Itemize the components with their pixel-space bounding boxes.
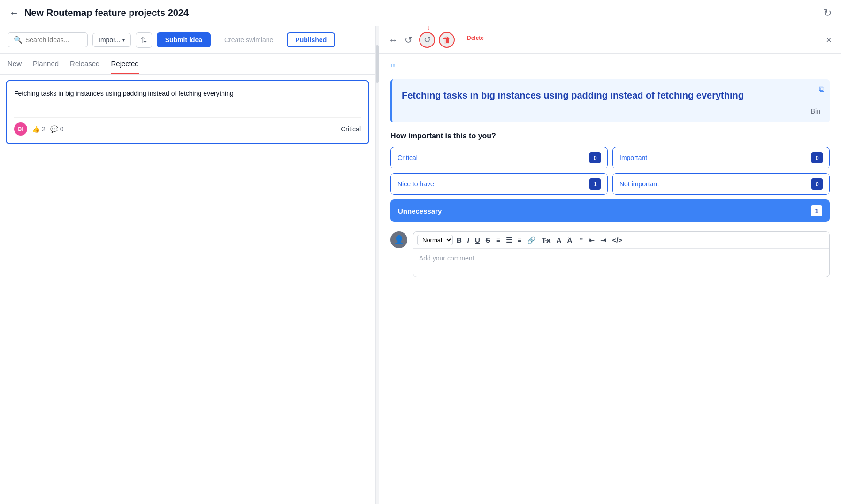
indent-left-button[interactable]: ⇤ [587, 235, 596, 245]
importance-critical-label: Critical [398, 154, 418, 161]
annotation-area: Restore ↓ Delete ↺ 🗑 [419, 32, 455, 48]
expand-icon-button[interactable]: ↔ [389, 35, 398, 46]
text-color-button[interactable]: A [555, 235, 564, 245]
chevron-down-icon: ▾ [122, 38, 125, 43]
comment-editor[interactable]: Normal B I U S ≡ ☰ ≡ 🔗 Tx̶ A Ã [413, 231, 830, 277]
tab-planned[interactable]: Planned [33, 54, 59, 74]
link-button[interactable]: 🔗 [525, 235, 538, 245]
unordered-list-button[interactable]: ☰ [504, 235, 514, 245]
importance-notimportant-count: 0 [811, 178, 823, 190]
page-title: New Routemap feature projects 2024 [24, 8, 818, 18]
importance-grid: Critical 0 Important 0 Nice to have 1 No… [390, 147, 830, 195]
history-button[interactable]: ↺ [405, 34, 413, 46]
align-button[interactable]: ≡ [516, 235, 524, 245]
importance-nice-button[interactable]: Nice to have 1 [390, 173, 608, 195]
panel-divider [375, 26, 379, 504]
right-panel: ↔ ↺ Restore ↓ Delete ↺ 🗑 [379, 26, 841, 504]
importance-unnecessary-count: 1 [811, 205, 822, 216]
copy-button[interactable]: ⧉ [819, 85, 824, 93]
importance-nice-label: Nice to have [398, 180, 434, 188]
tabs-container: New Planned Released Rejected [0, 54, 375, 75]
importance-important-count: 0 [811, 152, 823, 163]
sort-button[interactable]: ⇅ [136, 32, 152, 48]
importance-critical-count: 0 [589, 152, 601, 163]
close-button[interactable]: × [826, 35, 832, 46]
blockquote-button[interactable]: " [578, 235, 585, 245]
bold-button[interactable]: B [455, 235, 464, 245]
right-toolbar: ↔ ↺ Restore ↓ Delete ↺ 🗑 [379, 26, 841, 54]
comment-count: 💬 0 [50, 125, 64, 133]
avatar: BI [14, 122, 27, 136]
quote-author: – Bin [402, 107, 820, 115]
importance-notimportant-label: Not important [619, 180, 659, 188]
quote-block: ⧉ Fetching tasks in big instances using … [390, 79, 830, 122]
importance-nice-count: 1 [589, 178, 601, 190]
clear-format-button[interactable]: Tx̶ [540, 235, 552, 245]
tab-rejected[interactable]: Rejected [111, 54, 138, 74]
italic-button[interactable]: I [466, 235, 471, 245]
published-button[interactable]: Published [287, 32, 335, 47]
app-header: ← New Routemap feature projects 2024 ↻ [0, 0, 841, 26]
import-label: Impor... [99, 36, 121, 44]
scrollbar-thumb[interactable] [376, 45, 379, 83]
importance-critical-button[interactable]: Critical 0 [390, 147, 608, 168]
importance-unnecessary-button[interactable]: Unnecessary 1 [390, 199, 830, 222]
sort-icon: ⇅ [141, 36, 147, 44]
search-box[interactable]: 🔍 [8, 32, 88, 47]
main-layout: 🔍 Impor... ▾ ⇅ Submit idea Create swimla… [0, 26, 841, 504]
idea-card-footer: BI 👍 2 💬 0 Critical [14, 117, 361, 136]
thumbs-up-icon: 👍 [32, 125, 40, 133]
underline-button[interactable]: U [473, 235, 482, 245]
submit-idea-button[interactable]: Submit idea [157, 32, 211, 47]
idea-card[interactable]: Fetching tasks in big instances using pa… [6, 80, 369, 144]
comment-section: 👤 Normal B I U S ≡ ☰ ≡ 🔗 Tx̶ [390, 231, 830, 277]
back-button[interactable]: ← [9, 8, 19, 18]
tab-new[interactable]: New [8, 54, 22, 74]
vote-count: 👍 2 [32, 125, 46, 133]
idea-list: Fetching tasks in big instances using pa… [0, 75, 375, 504]
importance-unnecessary-label: Unnecessary [398, 207, 442, 215]
comment-input[interactable]: Add your comment [413, 249, 829, 277]
delete-annotation: Delete [446, 35, 484, 41]
importance-important-label: Important [619, 154, 647, 161]
strikethrough-button[interactable]: S [484, 235, 492, 245]
refresh-button[interactable]: ↻ [823, 7, 832, 19]
quote-text: Fetching tasks in big instances using pa… [402, 89, 820, 102]
restore-button[interactable]: ↺ [419, 32, 435, 48]
comment-icon: 💬 [50, 125, 58, 133]
font-size-select[interactable]: Normal [417, 235, 453, 245]
restore-annotation: Restore ↓ [419, 26, 438, 31]
indent-right-button[interactable]: ⇥ [598, 235, 608, 245]
user-avatar: 👤 [390, 231, 407, 248]
editor-toolbar: Normal B I U S ≡ ☰ ≡ 🔗 Tx̶ A Ã [413, 232, 829, 249]
restore-icon: ↺ [424, 35, 431, 45]
importance-notimportant-button[interactable]: Not important 0 [612, 173, 830, 195]
priority-label: Critical [341, 125, 361, 133]
tab-released[interactable]: Released [70, 54, 99, 74]
right-content: " ⧉ Fetching tasks in big instances usin… [379, 54, 841, 504]
search-input[interactable] [25, 36, 82, 44]
toolbar: 🔍 Impor... ▾ ⇅ Submit idea Create swimla… [0, 26, 375, 54]
importance-title: How important is this to you? [390, 132, 830, 140]
idea-card-title: Fetching tasks in big instances using pa… [14, 89, 361, 99]
left-panel: 🔍 Impor... ▾ ⇅ Submit idea Create swimla… [0, 26, 375, 504]
code-button[interactable]: </> [610, 235, 624, 245]
importance-important-button[interactable]: Important 0 [612, 147, 830, 168]
create-swimlane-button[interactable]: Create swimlane [215, 32, 282, 48]
ordered-list-button[interactable]: ≡ [494, 235, 502, 245]
search-icon: 🔍 [14, 36, 23, 44]
import-button[interactable]: Impor... ▾ [92, 33, 131, 47]
quote-open-icon: " [390, 61, 830, 76]
text-bg-button[interactable]: Ã [565, 235, 574, 245]
